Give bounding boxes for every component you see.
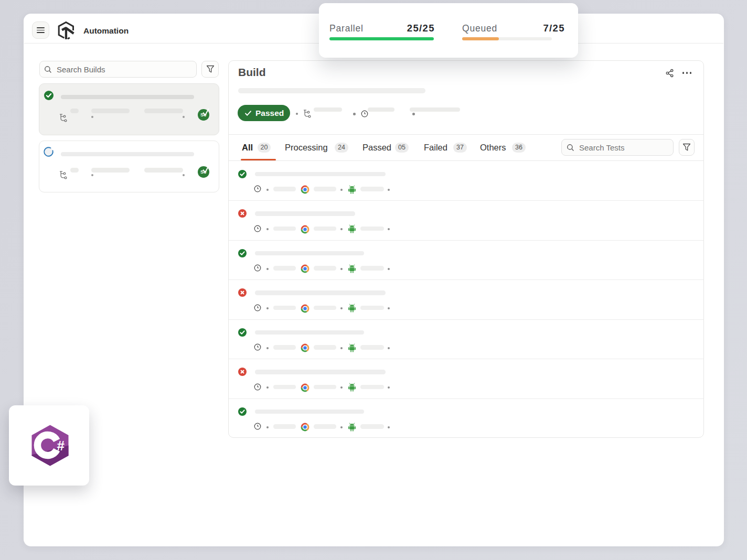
svg-text:#: # — [57, 438, 65, 454]
